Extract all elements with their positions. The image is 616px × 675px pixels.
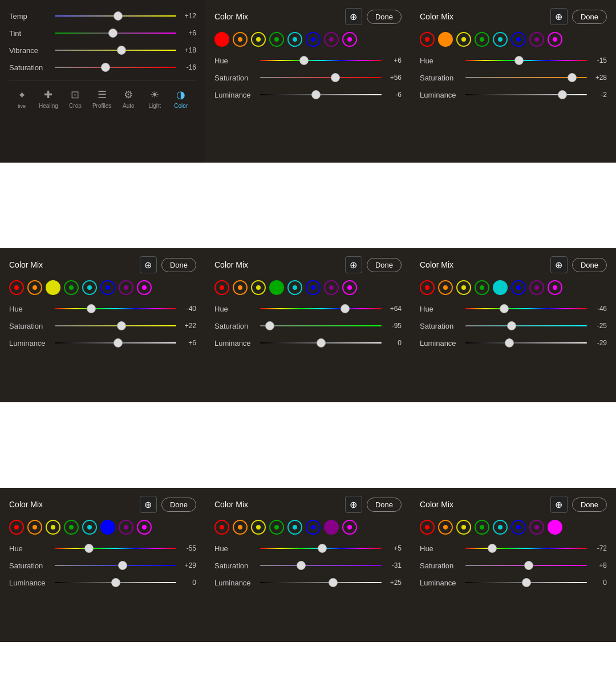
magenta-circle-6[interactable]: [137, 520, 152, 535]
done-button-2[interactable]: Done: [572, 10, 607, 24]
teal-circle-7[interactable]: [287, 520, 302, 535]
teal-circle-8[interactable]: [493, 520, 508, 535]
lum-track-5[interactable]: [465, 337, 587, 349]
hue-track-6[interactable]: [55, 543, 176, 554]
purple-circle-1[interactable]: [324, 32, 339, 47]
green-circle-8[interactable]: [475, 520, 489, 535]
sat-track-3[interactable]: [55, 320, 176, 332]
magenta-circle-8[interactable]: [548, 520, 562, 535]
hue-track-1[interactable]: [260, 55, 382, 66]
crosshair-button-7[interactable]: ⊕: [345, 496, 362, 513]
green-circle-3[interactable]: [64, 280, 79, 295]
green-circle-5[interactable]: [475, 280, 489, 295]
toolbar-selective[interactable]: ✦ tive: [9, 87, 34, 111]
yellow-circle-8[interactable]: [456, 520, 471, 535]
purple-circle-6[interactable]: [119, 520, 133, 535]
yellow-circle-3[interactable]: [46, 280, 60, 295]
green-circle-6[interactable]: [64, 520, 79, 535]
lum-track-3[interactable]: [55, 337, 176, 349]
yellow-circle-2[interactable]: [456, 32, 471, 47]
green-circle-2[interactable]: [475, 32, 489, 47]
toolbar-healing[interactable]: ✚ Healing: [35, 86, 62, 111]
purple-circle-2[interactable]: [529, 32, 544, 47]
lum-track-1[interactable]: [260, 89, 382, 100]
orange-circle-2[interactable]: [438, 32, 453, 47]
crosshair-button-5[interactable]: ⊕: [550, 256, 568, 273]
teal-circle-3[interactable]: [82, 280, 97, 295]
blue-circle-5[interactable]: [511, 280, 526, 295]
crosshair-button-4[interactable]: ⊕: [345, 256, 362, 273]
toolbar-light[interactable]: ☀ Light: [142, 86, 167, 111]
green-circle-4[interactable]: [269, 280, 284, 295]
orange-circle-1[interactable]: [233, 32, 248, 47]
red-circle-1[interactable]: [214, 32, 229, 47]
red-circle-3[interactable]: [9, 280, 24, 295]
sat-track-5[interactable]: [465, 320, 587, 332]
blue-circle-1[interactable]: [306, 32, 321, 47]
purple-circle-7[interactable]: [324, 520, 339, 535]
sat-track-6[interactable]: [55, 560, 176, 571]
teal-circle-6[interactable]: [82, 520, 97, 535]
red-circle-8[interactable]: [420, 520, 435, 535]
lum-track-7[interactable]: [260, 577, 382, 588]
orange-circle-3[interactable]: [27, 280, 42, 295]
hue-track-8[interactable]: [465, 543, 587, 554]
lum-track-8[interactable]: [465, 577, 587, 588]
orange-circle-5[interactable]: [438, 280, 453, 295]
done-button-5[interactable]: Done: [572, 258, 607, 272]
sat-track-7[interactable]: [260, 560, 382, 571]
blue-circle-8[interactable]: [511, 520, 526, 535]
teal-circle-1[interactable]: [287, 32, 302, 47]
magenta-circle-3[interactable]: [137, 280, 152, 295]
toolbar-crop[interactable]: ⊡ Crop: [63, 86, 88, 111]
lum-track-2[interactable]: [465, 89, 587, 100]
hue-track-5[interactable]: [465, 303, 587, 314]
teal-circle-2[interactable]: [493, 32, 508, 47]
sat-track-1[interactable]: [260, 72, 382, 83]
hue-track-4[interactable]: [260, 303, 382, 314]
done-button-3[interactable]: Done: [161, 258, 196, 272]
orange-circle-4[interactable]: [233, 280, 248, 295]
orange-circle-6[interactable]: [27, 520, 42, 535]
green-circle-7[interactable]: [269, 520, 284, 535]
purple-circle-4[interactable]: [324, 280, 339, 295]
purple-circle-5[interactable]: [529, 280, 544, 295]
orange-circle-7[interactable]: [233, 520, 248, 535]
magenta-circle-7[interactable]: [342, 520, 357, 535]
red-circle-7[interactable]: [214, 520, 229, 535]
yellow-circle-5[interactable]: [456, 280, 471, 295]
toolbar-color[interactable]: ◑ Color: [168, 86, 193, 111]
done-button-6[interactable]: Done: [161, 498, 196, 512]
magenta-circle-4[interactable]: [342, 280, 357, 295]
blue-circle-6[interactable]: [100, 520, 115, 535]
red-circle-6[interactable]: [9, 520, 24, 535]
toolbar-auto[interactable]: ⚙ Auto: [116, 86, 141, 111]
yellow-circle-6[interactable]: [46, 520, 60, 535]
done-button-1[interactable]: Done: [367, 10, 402, 24]
yellow-circle-4[interactable]: [251, 280, 266, 295]
vibrance-track[interactable]: [55, 45, 176, 56]
magenta-circle-2[interactable]: [548, 32, 562, 47]
sat-track-4[interactable]: [260, 320, 382, 332]
crosshair-button-3[interactable]: ⊕: [140, 256, 157, 273]
lum-track-4[interactable]: [260, 337, 382, 349]
purple-circle-8[interactable]: [529, 520, 544, 535]
temp-track[interactable]: [55, 10, 176, 22]
saturation-track[interactable]: [55, 62, 176, 73]
crosshair-button-8[interactable]: ⊕: [550, 496, 568, 513]
hue-track-7[interactable]: [260, 543, 382, 554]
sat-track-2[interactable]: [465, 72, 587, 83]
teal-circle-5[interactable]: [493, 280, 508, 295]
crosshair-button-1[interactable]: ⊕: [345, 8, 362, 25]
orange-circle-8[interactable]: [438, 520, 453, 535]
crosshair-button-2[interactable]: ⊕: [550, 8, 568, 25]
hue-track-3[interactable]: [55, 303, 176, 314]
blue-circle-3[interactable]: [100, 280, 115, 295]
sat-track-8[interactable]: [465, 560, 587, 571]
purple-circle-3[interactable]: [119, 280, 133, 295]
magenta-circle-5[interactable]: [548, 280, 562, 295]
done-button-4[interactable]: Done: [367, 258, 402, 272]
lum-track-6[interactable]: [55, 577, 176, 588]
red-circle-4[interactable]: [214, 280, 229, 295]
red-circle-5[interactable]: [420, 280, 435, 295]
